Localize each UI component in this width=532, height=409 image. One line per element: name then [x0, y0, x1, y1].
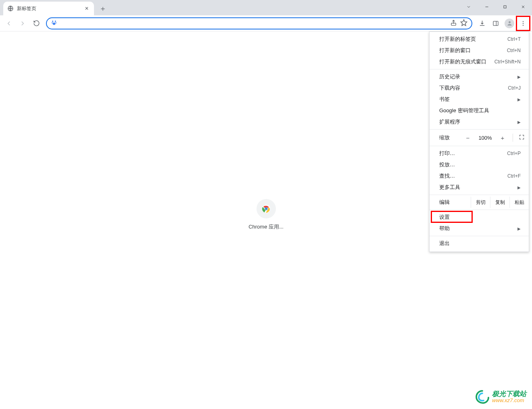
- downloads-icon[interactable]: [476, 17, 488, 30]
- watermark-title: 极光下载站: [492, 390, 526, 398]
- menu-label: 更多工具: [439, 184, 460, 191]
- edit-copy-button[interactable]: 复制: [490, 197, 510, 208]
- svg-point-22: [265, 208, 267, 210]
- minimize-button[interactable]: [478, 0, 496, 13]
- profile-button[interactable]: [503, 17, 516, 30]
- avatar-icon: [505, 19, 514, 28]
- svg-point-6: [55, 21, 56, 22]
- watermark-url: www.xz7.com: [492, 398, 526, 403]
- menu-separator: [430, 236, 529, 236]
- menu-label: 投放…: [439, 161, 455, 168]
- menu-shortcut: Ctrl+N: [507, 48, 521, 53]
- tab-title: 新标签页: [17, 5, 80, 12]
- menu-help[interactable]: 帮助 ▶: [430, 223, 529, 234]
- menu-new-tab[interactable]: 打开新的标签页 Ctrl+T: [430, 34, 529, 45]
- menu-more-tools[interactable]: 更多工具 ▶: [430, 182, 529, 193]
- new-tab-button[interactable]: ＋: [97, 3, 108, 14]
- side-panel-icon[interactable]: [489, 17, 502, 30]
- menu-label: Google 密码管理工具: [439, 107, 489, 114]
- watermark: 极光下载站 www.xz7.com: [475, 390, 526, 404]
- share-icon[interactable]: [450, 19, 457, 27]
- menu-bookmarks[interactable]: 书签 ▶: [430, 94, 529, 105]
- zoom-out-button[interactable]: −: [463, 134, 472, 141]
- menu-settings[interactable]: 设置: [430, 212, 529, 223]
- edit-paste-button[interactable]: 粘贴: [510, 197, 529, 208]
- menu-separator: [430, 129, 529, 130]
- svg-point-16: [523, 21, 524, 22]
- svg-point-7: [52, 22, 53, 23]
- close-window-button[interactable]: [514, 0, 532, 13]
- more-menu-button[interactable]: [517, 17, 530, 30]
- bookmark-star-icon[interactable]: [460, 19, 467, 27]
- chrome-logo-icon: [257, 199, 276, 218]
- globe-icon: [7, 5, 14, 12]
- edit-cut-button[interactable]: 剪切: [471, 197, 490, 208]
- omnibox-input[interactable]: [61, 20, 447, 27]
- svg-point-5: [52, 21, 53, 22]
- forward-button[interactable]: [16, 17, 29, 30]
- menu-zoom: 缩放 − 100% +: [430, 131, 529, 144]
- menu-print[interactable]: 打印… Ctrl+P: [430, 148, 529, 159]
- chrome-main-menu: 打开新的标签页 Ctrl+T 打开新的窗口 Ctrl+N 打开新的无痕式窗口 C…: [429, 31, 529, 252]
- svg-rect-2: [504, 6, 506, 8]
- close-tab-icon[interactable]: ✕: [83, 6, 90, 11]
- back-button[interactable]: [2, 17, 15, 30]
- menu-history[interactable]: 历史记录 ▶: [430, 71, 529, 82]
- menu-extensions[interactable]: 扩展程序 ▶: [430, 116, 529, 128]
- search-engine-icon: [51, 19, 57, 27]
- menu-shortcut: Ctrl+Shift+N: [494, 59, 521, 65]
- menu-label: 帮助: [439, 225, 450, 232]
- menu-label: 退出: [439, 240, 450, 247]
- menu-cast[interactable]: 投放…: [430, 159, 529, 170]
- menu-exit[interactable]: 退出: [430, 238, 529, 249]
- svg-point-17: [523, 23, 524, 23]
- maximize-button[interactable]: [496, 0, 514, 13]
- zoom-percentage: 100%: [476, 135, 494, 141]
- shortcut-label: Chrome 应用...: [244, 223, 289, 231]
- menu-shortcut: Ctrl+P: [507, 151, 521, 156]
- svg-rect-13: [493, 21, 498, 25]
- chevron-right-icon: ▶: [517, 97, 521, 102]
- svg-marker-11: [461, 20, 467, 26]
- menu-new-window[interactable]: 打开新的窗口 Ctrl+N: [430, 45, 529, 56]
- menu-label: 扩展程序: [439, 118, 460, 126]
- chevron-right-icon: ▶: [517, 75, 521, 79]
- menu-edit-row: 编辑 剪切 复制 粘贴: [430, 197, 529, 208]
- menu-shortcut: Ctrl+J: [508, 85, 521, 91]
- caption-chevron-icon[interactable]: [459, 0, 478, 13]
- svg-point-8: [55, 22, 56, 23]
- menu-label: 缩放: [439, 134, 450, 141]
- menu-new-incognito[interactable]: 打开新的无痕式窗口 Ctrl+Shift+N: [430, 56, 529, 67]
- address-bar[interactable]: [46, 17, 472, 29]
- divider: [513, 134, 513, 142]
- menu-label: 编辑: [439, 199, 471, 206]
- menu-find[interactable]: 查找… Ctrl+F: [430, 170, 529, 182]
- window-caption-buttons: [459, 0, 532, 13]
- menu-password-manager[interactable]: Google 密码管理工具: [430, 105, 529, 116]
- toolbar: [0, 15, 532, 31]
- menu-downloads[interactable]: 下载内容 Ctrl+J: [430, 82, 529, 94]
- svg-point-18: [523, 25, 524, 25]
- menu-label: 打印…: [439, 150, 455, 157]
- svg-point-15: [509, 21, 511, 23]
- menu-label: 查找…: [439, 172, 455, 180]
- reload-button[interactable]: [30, 17, 43, 30]
- chevron-right-icon: ▶: [517, 120, 521, 124]
- zoom-in-button[interactable]: +: [498, 134, 507, 141]
- menu-label: 打开新的无痕式窗口: [439, 58, 486, 65]
- shortcut-chrome-apps[interactable]: Chrome 应用...: [244, 199, 289, 231]
- menu-shortcut: Ctrl+T: [507, 36, 521, 42]
- menu-shortcut: Ctrl+F: [507, 173, 521, 179]
- watermark-logo-icon: [475, 390, 490, 404]
- fullscreen-icon[interactable]: [519, 134, 525, 141]
- browser-tab[interactable]: 新标签页 ✕: [3, 2, 94, 15]
- menu-label: 历史记录: [439, 73, 460, 80]
- chevron-right-icon: ▶: [517, 227, 521, 231]
- annotation-highlight-settings: [431, 211, 473, 223]
- menu-separator: [430, 210, 529, 210]
- menu-separator: [430, 146, 529, 146]
- menu-label: 打开新的窗口: [439, 47, 471, 54]
- page-content: Chrome 应用... 打开新的标签页 Ctrl+T 打开新的窗口 Ctrl+…: [0, 31, 532, 409]
- menu-label: 下载内容: [439, 84, 460, 92]
- menu-label: 书签: [439, 96, 450, 103]
